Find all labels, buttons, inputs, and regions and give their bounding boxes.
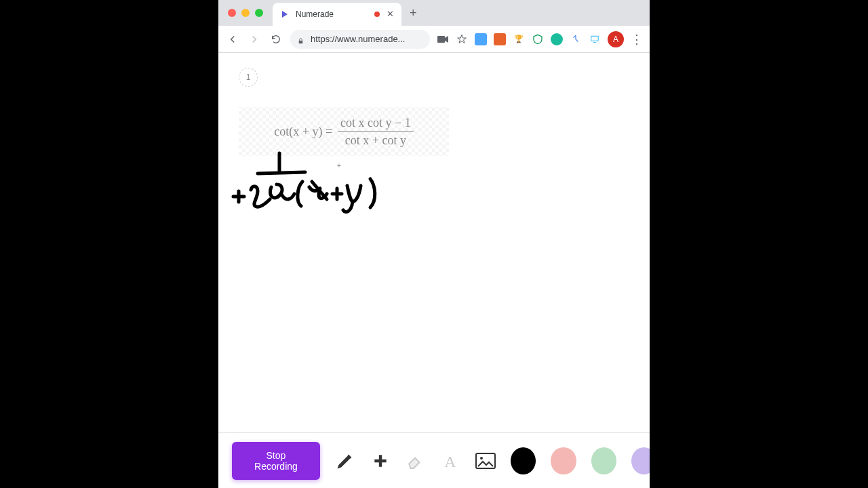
color-black[interactable] <box>511 447 536 474</box>
svg-marker-0 <box>282 11 288 18</box>
extension-icon-6[interactable] <box>570 33 582 45</box>
tab-bar: Numerade ✕ + <box>218 0 650 26</box>
browser-window: Numerade ✕ + https://www.numerade... <box>218 0 650 488</box>
svg-rect-2 <box>437 36 445 43</box>
svg-rect-1 <box>299 41 303 43</box>
color-pink[interactable] <box>551 447 576 474</box>
stop-recording-button[interactable]: Stop Recording <box>232 442 320 480</box>
formula-lhs: cot(x + y) = <box>274 125 332 139</box>
add-tool[interactable] <box>370 450 391 472</box>
url-text: https://www.numerade... <box>311 34 405 44</box>
color-purple[interactable] <box>631 447 650 474</box>
tab-close-button[interactable]: ✕ <box>385 9 395 19</box>
url-input[interactable]: https://www.numerade... <box>290 30 430 49</box>
page-content: 1 cot(x + y) = cot x cot y − 1 cot x + c… <box>218 53 650 488</box>
address-bar: https://www.numerade... 🏆 A ⋮ <box>218 26 650 53</box>
extension-icon-4[interactable] <box>532 33 544 45</box>
profile-avatar[interactable]: A <box>608 31 624 47</box>
color-green[interactable] <box>591 447 616 474</box>
browser-tab[interactable]: Numerade ✕ <box>273 3 401 26</box>
svg-marker-3 <box>445 36 448 43</box>
letterbox-right <box>650 0 868 488</box>
extension-icon-2[interactable] <box>494 33 506 45</box>
browser-menu-button[interactable]: ⋮ <box>631 32 643 47</box>
new-tab-button[interactable]: + <box>410 6 417 20</box>
formula-numerator: cot x cot y − 1 <box>338 116 414 132</box>
letterbox-left <box>0 0 218 488</box>
star-icon[interactable] <box>456 33 468 45</box>
text-tool[interactable]: A <box>440 450 460 472</box>
tab-title: Numerade <box>296 9 369 19</box>
recording-indicator-icon <box>374 12 380 17</box>
page-number-badge: 1 <box>239 68 258 87</box>
svg-text:A: A <box>444 452 456 469</box>
pencil-tool[interactable] <box>335 450 355 472</box>
formula-denominator: cot x + cot y <box>342 132 409 148</box>
extension-icon-3[interactable]: 🏆 <box>513 33 525 45</box>
extension-icon-1[interactable] <box>475 33 487 45</box>
cursor-crosshair-icon: + <box>337 162 341 169</box>
eraser-tool[interactable] <box>405 450 425 472</box>
window-minimize-button[interactable] <box>241 9 250 17</box>
image-tool[interactable] <box>475 450 496 472</box>
extension-icon-5[interactable] <box>551 33 563 45</box>
window-controls <box>228 9 263 17</box>
video-icon[interactable] <box>437 33 449 45</box>
window-close-button[interactable] <box>228 9 236 17</box>
svg-point-8 <box>480 457 483 460</box>
back-button[interactable] <box>225 32 240 47</box>
window-maximize-button[interactable] <box>255 9 263 17</box>
extension-icons: 🏆 A ⋮ <box>437 31 643 47</box>
tab-favicon-icon <box>279 9 290 20</box>
svg-rect-4 <box>591 36 599 41</box>
extension-icon-7[interactable] <box>589 33 601 45</box>
forward-button[interactable] <box>247 32 262 47</box>
handwriting-canvas[interactable]: + <box>225 148 401 229</box>
lock-icon <box>297 35 305 43</box>
drawing-toolbar: Stop Recording A <box>218 432 650 488</box>
reload-button[interactable] <box>269 32 283 47</box>
